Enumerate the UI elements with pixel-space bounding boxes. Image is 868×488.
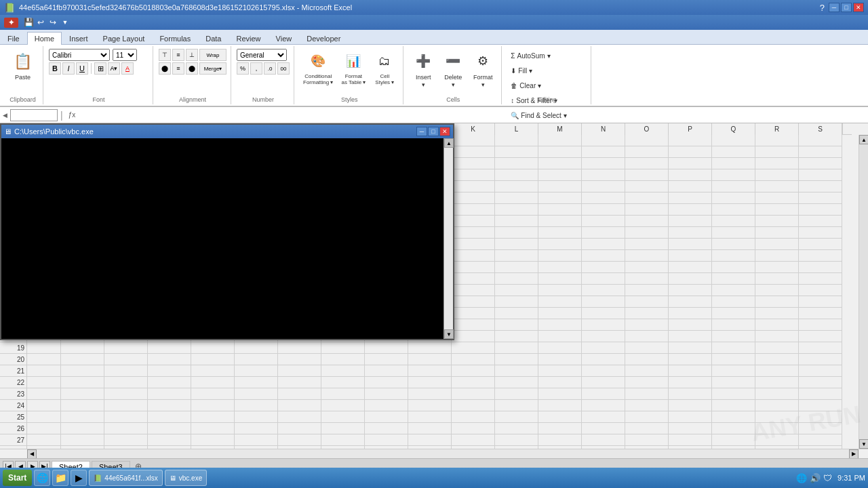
cell-13-18[interactable] xyxy=(799,273,842,285)
horizontal-scrollbar[interactable]: ◀ ▶ xyxy=(27,449,859,458)
cell-23-9[interactable] xyxy=(408,388,452,400)
cell-14-18[interactable] xyxy=(799,285,842,296)
scroll-right-btn[interactable]: ▶ xyxy=(849,449,859,459)
cell-10-18[interactable] xyxy=(799,239,842,250)
cell-7-11[interactable] xyxy=(495,204,538,216)
decrease-decimal-button[interactable]: 00 xyxy=(277,62,290,75)
cell-23-12[interactable] xyxy=(538,388,582,400)
start-button[interactable]: Start xyxy=(3,470,32,486)
cell-18-10[interactable] xyxy=(452,331,495,342)
autosum-dropdown[interactable]: ▾ xyxy=(547,52,551,60)
cell-25-18[interactable] xyxy=(799,411,842,423)
cell-12-15[interactable] xyxy=(669,262,712,273)
cell-11-13[interactable] xyxy=(582,250,625,262)
cell-20-17[interactable] xyxy=(755,354,799,365)
align-top-button[interactable]: ⊤ xyxy=(159,49,171,61)
cell-14-16[interactable] xyxy=(712,285,755,296)
increase-decimal-button[interactable]: .0 xyxy=(264,62,276,75)
fill-dropdown[interactable]: ▾ xyxy=(529,67,532,75)
cell-3-12[interactable] xyxy=(538,158,582,169)
cell-15-18[interactable] xyxy=(799,296,842,308)
cell-6-18[interactable] xyxy=(799,192,842,204)
cell-21-8[interactable] xyxy=(365,365,408,377)
cell-23-2[interactable] xyxy=(104,388,148,400)
vbc-scrollbar[interactable]: ▲ ▼ xyxy=(443,138,453,339)
cell-25-5[interactable] xyxy=(235,411,278,423)
cell-4-13[interactable] xyxy=(582,169,625,181)
delete-button[interactable]: ➖ Delete▾ xyxy=(439,49,467,94)
grid-row-25[interactable] xyxy=(27,411,859,423)
wrap-text-button[interactable]: Wrap xyxy=(199,49,226,61)
paste-button[interactable]: 📋 Paste xyxy=(9,49,37,94)
cell-4-14[interactable] xyxy=(625,169,669,181)
cell-6-11[interactable] xyxy=(495,192,538,204)
bold-button[interactable]: B xyxy=(49,62,61,75)
cell-19-11[interactable] xyxy=(495,342,538,354)
cell-24-12[interactable] xyxy=(538,400,582,411)
vertical-scrollbar[interactable]: ▲ ▼ xyxy=(859,135,868,449)
cell-6-13[interactable] xyxy=(582,192,625,204)
restore-button[interactable]: □ xyxy=(841,3,852,12)
align-bottom-button[interactable]: ⊥ xyxy=(186,49,198,61)
cell-19-17[interactable] xyxy=(755,342,799,354)
cell-23-11[interactable] xyxy=(495,388,538,400)
cell-26-1[interactable] xyxy=(61,423,104,434)
cell-19-9[interactable] xyxy=(408,342,452,354)
cell-21-15[interactable] xyxy=(669,365,712,377)
cell-27-10[interactable] xyxy=(452,434,495,446)
cell-6-15[interactable] xyxy=(669,192,712,204)
cell-2-16[interactable] xyxy=(712,146,755,158)
cell-19-6[interactable] xyxy=(278,342,321,354)
vbc-maximize-btn[interactable]: □ xyxy=(428,127,439,136)
cell-22-17[interactable] xyxy=(755,377,799,388)
cell-4-18[interactable] xyxy=(799,169,842,181)
cell-21-4[interactable] xyxy=(191,365,235,377)
cell-27-6[interactable] xyxy=(278,434,321,446)
tab-home[interactable]: Home xyxy=(27,32,62,45)
cell-27-2[interactable] xyxy=(104,434,148,446)
col-header-m[interactable]: M xyxy=(538,123,582,135)
cell-7-14[interactable] xyxy=(625,204,669,216)
cell-11-16[interactable] xyxy=(712,250,755,262)
cell-16-18[interactable] xyxy=(799,308,842,319)
formula-func-btn[interactable]: ƒx xyxy=(66,111,79,119)
font-size-select[interactable]: 11 xyxy=(113,49,137,61)
autosum-button[interactable]: Σ AutoSum ▾ xyxy=(507,49,587,62)
cell-21-11[interactable] xyxy=(495,365,538,377)
cell-25-8[interactable] xyxy=(365,411,408,423)
tab-review[interactable]: Review xyxy=(229,32,268,45)
cell-7-12[interactable] xyxy=(538,204,582,216)
cell-7-17[interactable] xyxy=(755,204,799,216)
cell-2-15[interactable] xyxy=(669,146,712,158)
cell-27-7[interactable] xyxy=(321,434,365,446)
cell-8-17[interactable] xyxy=(755,216,799,227)
cell-23-4[interactable] xyxy=(191,388,235,400)
cell-19-13[interactable] xyxy=(582,342,625,354)
cell-9-18[interactable] xyxy=(799,227,842,239)
cell-15-16[interactable] xyxy=(712,296,755,308)
customize-quick-btn[interactable]: ▼ xyxy=(59,16,71,28)
cell-15-12[interactable] xyxy=(538,296,582,308)
cell-26-9[interactable] xyxy=(408,423,452,434)
cell-19-2[interactable] xyxy=(104,342,148,354)
cell-8-12[interactable] xyxy=(538,216,582,227)
cell-24-9[interactable] xyxy=(408,400,452,411)
insert-button[interactable]: ➕ Insert▾ xyxy=(409,49,437,94)
tab-insert[interactable]: Insert xyxy=(62,32,96,45)
cell-23-16[interactable] xyxy=(712,388,755,400)
cell-10-16[interactable] xyxy=(712,239,755,250)
cell-17-12[interactable] xyxy=(538,319,582,331)
cell-14-15[interactable] xyxy=(669,285,712,296)
cell-7-15[interactable] xyxy=(669,204,712,216)
cell-17-16[interactable] xyxy=(712,319,755,331)
cell-25-12[interactable] xyxy=(538,411,582,423)
cell-16-13[interactable] xyxy=(582,308,625,319)
cell-26-13[interactable] xyxy=(582,423,625,434)
cell-17-14[interactable] xyxy=(625,319,669,331)
col-header-q[interactable]: Q xyxy=(712,123,755,135)
cell-5-10[interactable] xyxy=(452,181,495,192)
cell-22-3[interactable] xyxy=(148,377,191,388)
cell-2-18[interactable] xyxy=(799,146,842,158)
cell-11-14[interactable] xyxy=(625,250,669,262)
cell-26-3[interactable] xyxy=(148,423,191,434)
